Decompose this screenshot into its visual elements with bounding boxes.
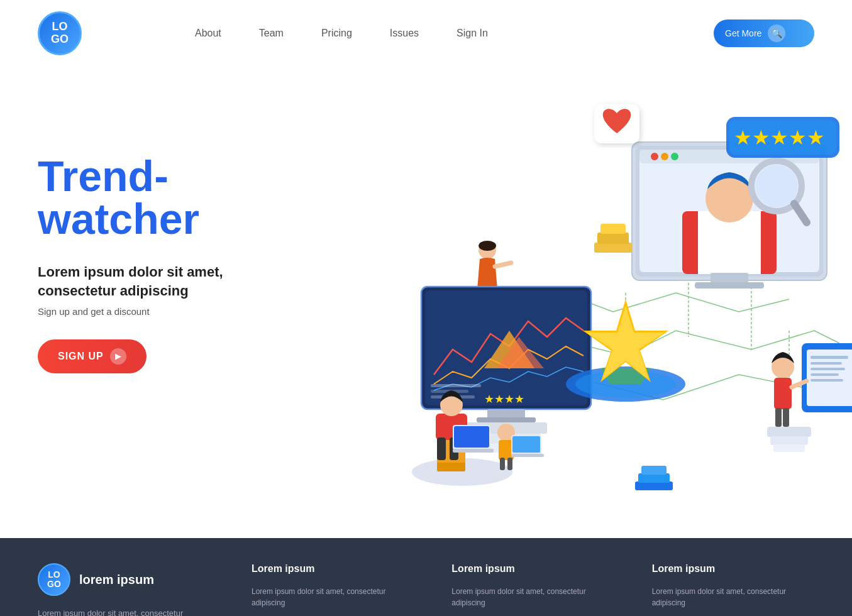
signup-button[interactable]: SIGN UP ▶	[38, 339, 147, 373]
svg-point-20	[651, 153, 658, 160]
footer-link-2-1[interactable]: Lorem ipsum dolor sit amet, consectetur …	[451, 586, 614, 608]
svg-rect-80	[775, 408, 782, 427]
footer-logo-mark: LO GO	[38, 563, 70, 596]
svg-rect-75	[811, 373, 839, 376]
footer-col-1-title: Lorem ipsum	[252, 563, 414, 575]
header: LO GO About Team Pricing Issues Sign In …	[0, 0, 852, 67]
hero-section: Trend-watcher Lorem ipsum dolor sit amet…	[0, 67, 852, 538]
svg-text:★★★★: ★★★★	[484, 393, 524, 405]
svg-rect-50	[437, 463, 465, 471]
main-nav: About Team Pricing Issues Sign In	[195, 28, 714, 39]
svg-rect-60	[500, 458, 505, 470]
monitor-main	[632, 142, 827, 289]
stacked-boxes-bottom	[635, 466, 673, 490]
svg-rect-88	[635, 481, 673, 490]
nav-about[interactable]: About	[195, 28, 221, 39]
nav-team[interactable]: Team	[259, 28, 284, 39]
footer-col-3: Lorem ipsum Lorem ipsum dolor sit amet, …	[652, 563, 814, 616]
nav-signin[interactable]: Sign In	[456, 28, 488, 39]
logo[interactable]: LO GO	[38, 11, 82, 55]
svg-rect-43	[487, 409, 525, 418]
svg-point-10	[479, 241, 496, 251]
svg-rect-84	[773, 444, 805, 452]
nav-issues[interactable]: Issues	[390, 28, 419, 39]
hero-description: Sign up and get a discount	[38, 306, 314, 317]
footer-col-2: Lorem ipsum Lorem ipsum dolor sit amet, …	[451, 563, 614, 616]
footer-brand-desc: Lorem ipsum dolor sit amet, consectetur …	[38, 607, 214, 616]
svg-rect-85	[594, 243, 632, 253]
svg-rect-37	[431, 384, 481, 387]
svg-rect-87	[600, 224, 626, 234]
footer-logo: LO GO lorem ipsum	[38, 563, 214, 596]
svg-rect-73	[811, 362, 842, 365]
hero-title: Trend-watcher	[38, 155, 314, 240]
stacked-boxes-top	[594, 224, 632, 253]
svg-rect-44	[477, 417, 536, 422]
iso-svg: ★★★★★ ★★★★	[324, 67, 852, 538]
footer-link-3-1[interactable]: Lorem ipsum dolor sit amet, consectetur …	[652, 586, 814, 608]
footer-col-1: Lorem ipsum Lorem ipsum dolor sit amet, …	[252, 563, 414, 616]
svg-rect-29	[711, 273, 748, 283]
svg-rect-81	[783, 408, 789, 427]
svg-rect-82	[767, 427, 811, 437]
svg-rect-63	[512, 436, 540, 453]
svg-rect-72	[811, 356, 848, 359]
svg-point-21	[661, 153, 668, 160]
search-icon[interactable]: 🔍	[768, 25, 785, 42]
footer: LO GO lorem ipsum Lorem ipsum dolor sit …	[0, 538, 852, 616]
search-bar[interactable]: Get More 🔍	[714, 19, 814, 47]
hero-illustration: ★★★★★ ★★★★	[324, 67, 852, 538]
svg-line-15	[495, 263, 511, 267]
nav-pricing[interactable]: Pricing	[321, 28, 352, 39]
svg-rect-53	[437, 437, 446, 460]
footer-brand-name: lorem ipsum	[79, 573, 154, 587]
stars-bubble: ★★★★★	[726, 117, 839, 158]
svg-point-22	[671, 153, 678, 160]
hero-text: Trend-watcher Lorem ipsum dolor sit amet…	[38, 79, 314, 513]
person-right-doc	[767, 343, 852, 452]
heart-bubble	[594, 104, 639, 143]
footer-col-2-title: Lorem ipsum	[451, 563, 614, 575]
svg-rect-78	[774, 378, 792, 409]
svg-rect-64	[511, 454, 544, 457]
footer-link-1-1[interactable]: Lorem ipsum dolor sit amet, consectetur …	[252, 586, 414, 608]
footer-col-3-title: Lorem ipsum	[652, 563, 814, 575]
svg-rect-86	[597, 233, 629, 244]
svg-rect-90	[641, 466, 667, 475]
footer-brand: LO GO lorem ipsum Lorem ipsum dolor sit …	[38, 563, 214, 616]
svg-rect-83	[770, 436, 808, 445]
svg-text:★★★★★: ★★★★★	[734, 126, 825, 149]
svg-rect-57	[453, 449, 494, 453]
play-icon: ▶	[110, 348, 126, 365]
svg-rect-30	[695, 282, 764, 289]
svg-rect-61	[507, 458, 512, 470]
svg-rect-74	[811, 368, 845, 370]
svg-rect-76	[811, 379, 843, 382]
search-label: Get More	[725, 28, 761, 38]
svg-rect-56	[454, 426, 489, 448]
svg-rect-89	[638, 473, 670, 483]
hero-subtitle: Lorem ipsum dolor sit amet,consectetur a…	[38, 263, 314, 300]
